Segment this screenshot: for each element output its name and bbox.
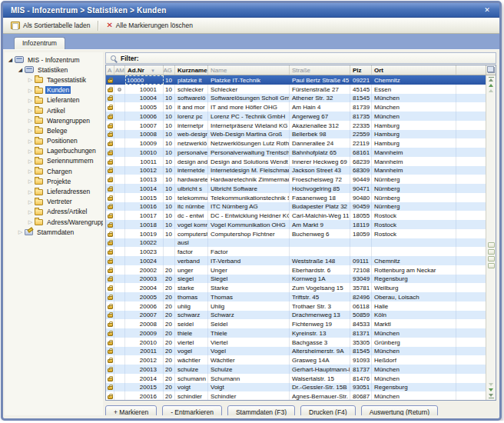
table-row[interactable]: 10024verbandIT-VerbandWeststraße 1480911…: [106, 256, 486, 265]
table-row[interactable]: 2000320siegelSiegelKornweg 1A93049Regens…: [106, 275, 486, 284]
table-row[interactable]: 2000720schwarzSchwarzDrachmenweg 1350859…: [106, 311, 486, 320]
collapse-toggle-icon[interactable]: ◢: [7, 56, 14, 63]
column-header-ag[interactable]: AG: [164, 65, 175, 75]
expand-toggle-icon[interactable]: ▷: [27, 208, 34, 215]
column-header-name[interactable]: Name: [208, 65, 290, 75]
row-tool-button-icon[interactable]: [488, 263, 495, 268]
expand-toggle-icon[interactable]: ▷: [27, 127, 34, 134]
row-tool-button-icon[interactable]: [488, 256, 495, 261]
tree-item-statistiken[interactable]: ◢Statistiken: [5, 65, 103, 75]
evaluate-button[interactable]: Auswertung (Return): [361, 405, 438, 416]
column-header-kurzname[interactable]: Kurzname: [175, 65, 208, 75]
expand-toggle-icon[interactable]: ▷: [27, 148, 34, 155]
table-row[interactable]: 1000010platzke itPlatzke IT-TechnikPaul …: [106, 75, 486, 85]
tree-item-vertreter[interactable]: ▷Vertreter: [5, 197, 103, 207]
tree-item-adress-warengruppen[interactable]: ▷Adress/Warengruppen: [5, 217, 103, 227]
table-row[interactable]: 2001520voigtVoigtDr.-Gessler-Str. 15B930…: [106, 383, 486, 392]
clear-marks-button[interactable]: Alle Markierungen löschen: [103, 21, 196, 30]
expand-toggle-icon[interactable]: ▷: [27, 138, 34, 145]
tree-item-tagesstatistik[interactable]: ▷Tagesstatistik: [5, 75, 103, 85]
table-row[interactable]: 2001320schulzeSchulzeGerhart-Hauptmann-R…: [106, 365, 486, 374]
table-row[interactable]: 2000220ungerUngerEberhardstr. 672108Rott…: [106, 265, 486, 275]
tree-item-seriennummern[interactable]: ▷Seriennummern: [5, 156, 103, 166]
table-row[interactable]: 1000810web-designWeb-Design Martina Groß…: [106, 130, 486, 139]
table-row[interactable]: 2001220wächtlerWächtlerGrasweg 14A91093H…: [106, 355, 486, 365]
tree-item-chargen[interactable]: ▷Chargen: [5, 166, 103, 176]
expand-toggle-icon[interactable]: ▷: [27, 97, 34, 104]
column-header-strasse[interactable]: Straße: [290, 65, 350, 75]
table-row[interactable]: 1001710dc - entwiDC - Entwicklung Heidne…: [106, 211, 486, 220]
scroll-down-icon[interactable]: [489, 388, 493, 391]
table-row[interactable]: 2001620schindlerSchindlerAgnes-Bernauer-…: [106, 391, 486, 400]
table-row[interactable]: 1001510telekommunTelekommunikationstechn…: [106, 193, 486, 202]
expand-toggle-icon[interactable]: ▷: [27, 87, 34, 94]
table-row[interactable]: 1000510it and morIT and more Höfler OHGA…: [106, 102, 486, 112]
table-row[interactable]: 1000910netzwerklöNetzwerklösungen Lutz R…: [106, 138, 486, 148]
tree-item-lieferadressen[interactable]: ▷Lieferadressen: [5, 186, 103, 196]
column-header-extra[interactable]: [456, 65, 486, 75]
table-row[interactable]: 1001910computershComputershop FichtnerBu…: [106, 229, 486, 238]
scroll-down-page-icon[interactable]: [489, 383, 493, 386]
tree-item-belege[interactable]: ▷Belege: [5, 125, 103, 135]
expand-toggle-icon[interactable]: ▷: [27, 188, 34, 195]
scroll-up-icon[interactable]: [489, 84, 493, 87]
table-row[interactable]: 1001810vogel kommVogel Kommunikation OHG…: [106, 220, 486, 229]
expand-toggle-icon[interactable]: ▷: [27, 178, 34, 185]
table-row[interactable]: 2001020viertelViertelBachgasse 335305Grü…: [106, 338, 486, 347]
tree-item-artikel[interactable]: ▷Artikel: [5, 105, 103, 115]
table-row[interactable]: 1001010personalvePersonalverwaltung Tren…: [106, 148, 486, 157]
table-row[interactable]: 2001120vogelVogelAltersheimerstr. 9A8154…: [106, 347, 486, 356]
row-tool-button-icon[interactable]: [488, 242, 495, 248]
table-row[interactable]: 2000620uhligUhligTrothaer Str. 306118Hal…: [106, 301, 486, 311]
tree-item-stammdaten[interactable]: ▷Stammdaten: [5, 227, 103, 237]
table-row[interactable]: 1000410softwarelöSoftwarelösungen Scholl…: [106, 94, 486, 103]
tree-item-lieferanten[interactable]: ▷Lieferanten: [5, 95, 103, 105]
scroll-to-top-icon[interactable]: [489, 77, 494, 82]
column-header-ort[interactable]: Ort: [372, 65, 456, 75]
table-row[interactable]: 1000710internetprInternetpräsenz Wieland…: [106, 121, 486, 130]
load-sort-table-button[interactable]: Als Sortiertabelle laden: [8, 21, 93, 30]
collapse-toggle-icon[interactable]: ◢: [17, 66, 24, 73]
expand-toggle-icon[interactable]: ▷: [27, 218, 34, 225]
table-row[interactable]: 2000520thomasThomasTriftstr. 4582496Ober…: [106, 292, 486, 301]
tree-item-kunden[interactable]: ▷Kunden: [5, 85, 103, 95]
table-row[interactable]: 1001210internetdeInternetdesign M. Fleis…: [106, 166, 486, 175]
expand-toggle-icon[interactable]: ▷: [27, 198, 34, 205]
table-row[interactable]: 2000820seidelSeidelFichtenweg 1984533Mar…: [106, 319, 486, 328]
table-row[interactable]: 10023factorFactor: [106, 247, 486, 256]
tab-infozentrum[interactable]: Infozentrum: [14, 37, 65, 49]
table-row[interactable]: 1001310hardwareteHardwaretechnik Zimmerm…: [106, 175, 486, 184]
tree-item-projekte[interactable]: ▷Projekte: [5, 176, 103, 186]
tree-item-lagerbuchungen[interactable]: ▷Lagerbuchungen: [5, 146, 103, 156]
mark-button[interactable]: + Markieren: [105, 405, 157, 416]
tree-item-adress-artikel[interactable]: ▷Adress/Artikel: [5, 207, 103, 217]
close-icon[interactable]: [481, 6, 493, 14]
filter-bar[interactable]: Filter:: [105, 52, 496, 64]
expand-toggle-icon[interactable]: ▷: [17, 228, 24, 235]
tree-item-mis-infozentrum[interactable]: ◢MIS - Infozentrum: [5, 55, 103, 65]
tree-item-positionen[interactable]: ▷Positionen: [5, 136, 103, 146]
column-header-adnr[interactable]: Ad.Nr▼: [125, 65, 164, 75]
row-tool-button-icon[interactable]: [488, 249, 495, 255]
stammdaten-button[interactable]: Stammdaten (F3): [227, 405, 295, 416]
table-row[interactable]: 1001610itc nürnbeITC Nürnberg AGBudapest…: [106, 202, 486, 212]
column-header-am[interactable]: AM: [114, 65, 125, 75]
column-header-plz[interactable]: Plz: [350, 65, 372, 75]
unmark-button[interactable]: - Entmarkieren: [162, 405, 222, 416]
table-row[interactable]: 1000110schleckerSchleckerFürstenstraße 2…: [106, 85, 486, 94]
expand-toggle-icon[interactable]: ▷: [27, 76, 34, 83]
table-row[interactable]: 2000920thieleThieleKyreinstr. 1381371Mün…: [106, 328, 486, 338]
expand-toggle-icon[interactable]: ▷: [27, 117, 34, 124]
scroll-to-bottom-icon[interactable]: [489, 394, 494, 398]
scroll-up-page-icon[interactable]: [489, 89, 493, 92]
table-row[interactable]: 10022ausl: [106, 238, 486, 248]
print-button[interactable]: Drucken (F4): [300, 405, 356, 416]
table-row[interactable]: 1000610lorenz pcLorenz PC - Technik GmbH…: [106, 112, 486, 121]
grid-header-corner[interactable]: [486, 65, 496, 75]
column-header-lock[interactable]: A: [106, 65, 114, 75]
expand-toggle-icon[interactable]: ▷: [27, 168, 34, 175]
table-row[interactable]: 2000420starkeStarkeZum Vogelsang 1535781…: [106, 283, 486, 292]
expand-toggle-icon[interactable]: ▷: [27, 107, 34, 114]
sort-indicator-icon[interactable]: ▼: [151, 68, 157, 73]
expand-toggle-icon[interactable]: ▷: [27, 158, 34, 165]
